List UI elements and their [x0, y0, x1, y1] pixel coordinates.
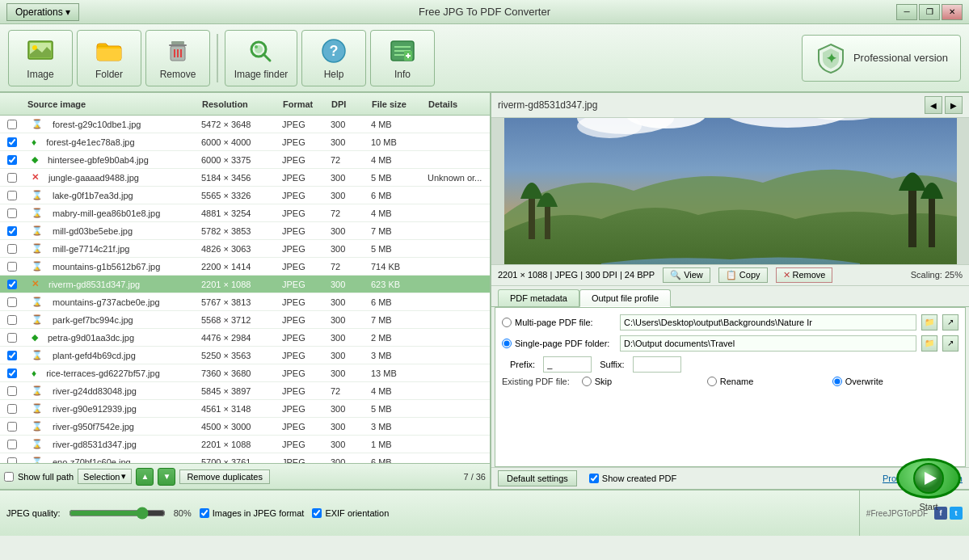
file-checkbox[interactable] — [7, 422, 17, 432]
rename-radio-label[interactable]: Rename — [707, 377, 820, 386]
multi-page-radio-label[interactable]: Multi-page PDF file: — [502, 318, 615, 327]
file-checkbox[interactable] — [7, 173, 17, 183]
file-checkbox[interactable] — [7, 297, 17, 307]
file-row[interactable]: ♦rice-terraces-gd6227bf57.jpg7360 × 3680… — [0, 364, 490, 382]
file-checkbox[interactable] — [7, 137, 17, 147]
file-checkbox[interactable] — [7, 120, 17, 129]
image-button[interactable]: Image — [8, 30, 73, 86]
svg-text:?: ? — [330, 43, 339, 59]
single-page-path-input[interactable] — [620, 335, 916, 352]
overwrite-radio[interactable] — [832, 377, 842, 386]
file-row[interactable]: ✕jungle-gaaaad9488.jpg5184 × 3456JPEG300… — [0, 169, 490, 187]
tab-pdf-metadata[interactable]: PDF metadata — [498, 289, 579, 306]
file-checkbox[interactable] — [7, 226, 17, 236]
folder-button[interactable]: Folder — [77, 30, 141, 86]
nav-up-button[interactable]: ▲ — [136, 468, 154, 486]
restore-button[interactable]: ❐ — [919, 4, 940, 20]
selection-button[interactable]: Selection ▾ — [78, 469, 132, 484]
preview-next-button[interactable]: ▶ — [945, 96, 963, 114]
file-row[interactable]: ⌛park-gef7bc994c.jpg5568 × 3712JPEG3007 … — [0, 311, 490, 329]
file-row[interactable]: ⌛mill-ge7714c21f.jpg4826 × 3063JPEG3005 … — [0, 240, 490, 258]
nav-down-button[interactable]: ▼ — [158, 468, 175, 486]
skip-radio[interactable] — [582, 377, 592, 386]
file-row[interactable]: ⌛mountains-g737acbe0e.jpg5767 × 3813JPEG… — [0, 293, 490, 311]
file-row[interactable]: ◆hintersee-gbfe9b0ab4.jpg6000 × 3375JPEG… — [0, 151, 490, 169]
help-button[interactable]: ? Help — [301, 30, 366, 86]
images-jpeg-label[interactable]: Images in JPEG format — [200, 508, 305, 518]
remove-toolbar-button[interactable]: Remove — [145, 30, 210, 86]
multi-page-browse-button[interactable]: 📁 — [921, 314, 937, 331]
file-checkbox[interactable] — [7, 244, 17, 254]
file-checkbox[interactable] — [7, 368, 17, 378]
minimize-button[interactable]: ─ — [896, 4, 917, 20]
file-status-icon: ⌛ — [27, 403, 48, 414]
tab-output-file-profile[interactable]: Output file profile — [579, 289, 671, 307]
close-button[interactable]: ✕ — [942, 4, 963, 20]
image-icon — [26, 36, 55, 65]
file-checkbox[interactable] — [7, 351, 17, 360]
jpeg-quality-slider[interactable] — [69, 507, 166, 520]
multi-page-radio[interactable] — [502, 318, 512, 327]
copy-button[interactable]: 📋 Copy — [718, 267, 768, 283]
file-row[interactable]: ♦forest-g4e1ec78a8.jpg6000 × 4000JPEG300… — [0, 133, 490, 151]
file-checkbox[interactable] — [7, 315, 17, 325]
file-status-icon: ◆ — [27, 154, 43, 165]
single-page-radio[interactable] — [502, 339, 512, 348]
file-row[interactable]: ⌛lake-g0f1b7ea3d.jpg5565 × 3326JPEG3006 … — [0, 187, 490, 204]
operations-button[interactable]: Operations ▾ — [6, 3, 79, 21]
single-page-open-button[interactable]: ↗ — [942, 335, 958, 352]
file-resolution: 5767 × 3813 — [199, 297, 280, 307]
image-label: Image — [27, 69, 53, 80]
file-row[interactable]: ◆petra-g9d01aa3dc.jpg4476 × 2984JPEG3002… — [0, 329, 490, 347]
file-format: JPEG — [280, 351, 328, 360]
images-jpeg-checkbox[interactable] — [200, 508, 209, 518]
remove-duplicates-button[interactable]: Remove duplicates — [179, 469, 270, 484]
show-created-pdf-checkbox[interactable] — [589, 474, 599, 483]
file-row[interactable]: ⌛eno-z70bf1c60e.jpg5700 × 3761JPEG3006 M… — [0, 453, 490, 463]
file-resolution: 2201 × 1088 — [199, 440, 280, 449]
preview-prev-button[interactable]: ◀ — [925, 96, 942, 114]
info-button[interactable]: Info — [370, 30, 435, 86]
file-row[interactable]: ⌛river-g24dd83048.jpg5845 × 3897JPEG724 … — [0, 382, 490, 400]
image-finder-button[interactable]: Image finder — [225, 30, 297, 86]
file-checkbox[interactable] — [7, 208, 17, 218]
file-row[interactable]: ⌛river-g950f7542e.jpg4500 × 3000JPEG3003… — [0, 418, 490, 436]
file-checkbox[interactable] — [7, 155, 17, 165]
overwrite-radio-label[interactable]: Overwrite — [832, 377, 946, 386]
file-row[interactable]: ⌛mabry-mill-gea86b01e8.jpg4881 × 3254JPE… — [0, 204, 490, 222]
pro-button[interactable]: ✦ Professional version — [802, 35, 961, 82]
multi-page-open-button[interactable]: ↗ — [942, 314, 958, 331]
view-button[interactable]: 🔍 View — [663, 267, 710, 283]
multi-page-path-input[interactable] — [620, 314, 916, 331]
show-full-path-checkbox[interactable] — [4, 472, 14, 482]
rename-radio[interactable] — [707, 377, 717, 386]
file-checkbox[interactable] — [7, 280, 17, 289]
remove-preview-button[interactable]: ✕ Remove — [776, 267, 833, 283]
suffix-input[interactable] — [633, 356, 681, 373]
default-settings-button[interactable]: Default settings — [498, 470, 577, 486]
file-row[interactable]: ⌛plant-gefd4b69cd.jpg5250 × 3563JPEG3003… — [0, 347, 490, 364]
file-checkbox[interactable] — [7, 262, 17, 272]
file-row[interactable]: ⌛mountains-g1b5612b67.jpg2200 × 1414JPEG… — [0, 258, 490, 276]
file-row[interactable]: ⌛river-g90e912939.jpg4561 × 3148JPEG3005… — [0, 400, 490, 418]
file-checkbox[interactable] — [7, 386, 17, 396]
prefix-input[interactable] — [543, 356, 592, 373]
window-controls: ─ ❐ ✕ — [896, 4, 963, 20]
single-page-radio-label[interactable]: Single-page PDF folder: — [502, 339, 615, 348]
file-checkbox[interactable] — [7, 457, 17, 464]
file-checkbox[interactable] — [7, 191, 17, 200]
file-row[interactable]: ⌛river-gd8531d347.jpg2201 × 1088JPEG3001… — [0, 436, 490, 453]
show-created-pdf-label[interactable]: Show created PDF — [589, 474, 676, 483]
file-row[interactable]: ⌛mill-gd03be5ebe.jpg5782 × 3853JPEG3007 … — [0, 222, 490, 240]
start-button[interactable] — [896, 458, 961, 499]
file-row[interactable]: ⌛forest-g29c10dbe1.jpg5472 × 3648JPEG300… — [0, 116, 490, 133]
file-checkbox[interactable] — [7, 333, 17, 343]
file-row[interactable]: ✕riverm-gd8531d347.jpg2201 × 1088JPEG300… — [0, 276, 490, 293]
skip-radio-label[interactable]: Skip — [582, 377, 695, 386]
exif-orientation-label[interactable]: EXIF orientation — [312, 508, 389, 518]
show-path-label[interactable]: Show full path — [18, 472, 74, 482]
file-checkbox[interactable] — [7, 404, 17, 414]
single-page-browse-button[interactable]: 📁 — [921, 335, 937, 352]
exif-orientation-checkbox[interactable] — [312, 508, 322, 518]
file-checkbox[interactable] — [7, 440, 17, 449]
